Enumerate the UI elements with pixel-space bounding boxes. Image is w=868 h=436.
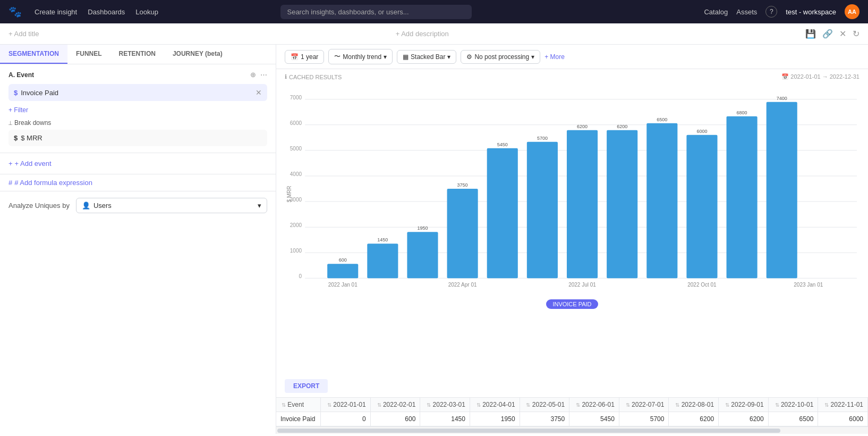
cell-val-5: 5450	[569, 412, 619, 426]
breakdown-link[interactable]: ⟂ Break downs	[8, 116, 267, 130]
svg-text:6500: 6500	[657, 117, 667, 122]
bar-feb[interactable]	[327, 264, 358, 278]
refresh-icon[interactable]: ↻	[853, 29, 860, 39]
help-icon[interactable]: ?	[765, 6, 777, 18]
nav-dashboards[interactable]: Dashboards	[88, 8, 125, 16]
bar-chart: 0 1000 2000 3000 4000 5000 6000 7000 $ M…	[285, 82, 860, 295]
col-2022-10[interactable]: ⇅ 2022-10-01	[768, 398, 818, 412]
link-icon[interactable]: 🔗	[822, 29, 833, 39]
event-name: Invoice Paid	[21, 89, 58, 97]
topnav-right: Catalog Assets ? test - workspace AA	[704, 4, 859, 19]
add-event-icon[interactable]: ⊕	[250, 71, 256, 79]
bar-sep[interactable]	[607, 130, 637, 279]
event-item-invoice-paid[interactable]: $ Invoice Paid ✕	[8, 84, 267, 101]
tab-funnel[interactable]: FUNNEL	[67, 45, 110, 64]
title-row: + Add title + Add description 💾 🔗 ✕ ↻	[0, 23, 868, 45]
svg-text:6200: 6200	[577, 124, 588, 129]
add-description[interactable]: + Add description	[396, 30, 449, 38]
col-2022-01[interactable]: ⇅ 2022-01-01	[321, 398, 371, 412]
trend-icon: 〜	[334, 52, 341, 61]
event-close-icon[interactable]: ✕	[256, 88, 262, 97]
col-event[interactable]: ⇅ Event	[276, 398, 321, 412]
event-header: A. Event ⊕ ⋯	[8, 71, 267, 79]
table-header-row: ⇅ Event ⇅ 2022-01-01 ⇅ 2022-02-01 ⇅	[276, 398, 868, 412]
svg-text:6000: 6000	[696, 129, 707, 134]
bar-dec[interactable]	[727, 116, 758, 279]
chart-legend: INVOICE PAID	[285, 299, 860, 309]
sort-icon-event: ⇅	[282, 402, 286, 408]
svg-text:1000: 1000	[290, 248, 302, 254]
col-2022-03[interactable]: ⇅ 2022-03-01	[420, 398, 470, 412]
export-button[interactable]: EXPORT	[285, 379, 328, 393]
time-range-selector[interactable]: 📅 1 year	[285, 50, 324, 64]
horizontal-scrollbar[interactable]	[276, 426, 868, 434]
topnav: 🐾 Create insight Dashboards Lookup Searc…	[0, 0, 868, 23]
cell-val-2: 1450	[420, 412, 470, 426]
calendar-icon: 📅	[291, 53, 299, 61]
breakdown-icon: ⟂	[8, 119, 12, 127]
scroll-thumb[interactable]	[277, 429, 780, 433]
col-2022-07[interactable]: ⇅ 2022-07-01	[619, 398, 669, 412]
cell-event-name: Invoice Paid	[276, 412, 321, 426]
bar-nov[interactable]	[686, 135, 717, 278]
add-icon: +	[8, 160, 13, 167]
bar-jul[interactable]	[527, 142, 558, 278]
processing-icon: ⚙	[466, 53, 472, 61]
formula-row: # # Add formula expression	[0, 174, 276, 191]
col-2022-04[interactable]: ⇅ 2022-04-01	[470, 398, 520, 412]
more-options-icon[interactable]: ⋯	[260, 71, 267, 79]
close-icon[interactable]: ✕	[839, 29, 846, 39]
trend-chevron-icon: ▾	[384, 53, 387, 61]
col-2022-08[interactable]: ⇅ 2022-08-01	[669, 398, 719, 412]
chart-type-selector[interactable]: ▦ Stacked Bar ▾	[397, 50, 456, 64]
cell-val-0: 0	[321, 412, 371, 426]
nav-create-insight[interactable]: Create insight	[35, 8, 77, 16]
svg-text:2022 Jan 01: 2022 Jan 01	[328, 282, 358, 288]
tab-segmentation[interactable]: SEGMENTATION	[0, 45, 67, 64]
add-title[interactable]: + Add title	[8, 30, 39, 38]
trend-label: Monthly trend	[343, 53, 381, 61]
bar-jun[interactable]	[487, 148, 518, 278]
svg-text:6000: 6000	[290, 120, 302, 126]
sort-icon-9: ⇅	[725, 402, 729, 408]
nav-lookup[interactable]: Lookup	[135, 8, 158, 16]
mrr-item[interactable]: $ $ MRR	[8, 130, 267, 146]
cell-val-9: 6500	[768, 412, 818, 426]
tab-journey[interactable]: JOURNEY (beta)	[164, 45, 231, 64]
sort-icon-5: ⇅	[526, 402, 530, 408]
formula-button[interactable]: # # Add formula expression	[8, 179, 267, 187]
cell-val-4: 3750	[520, 412, 569, 426]
col-2022-02[interactable]: ⇅ 2022-02-01	[370, 398, 420, 412]
bar-may[interactable]	[447, 189, 478, 278]
bar-apr[interactable]	[407, 232, 438, 278]
logo: 🐾	[8, 5, 22, 18]
nav-assets[interactable]: Assets	[736, 8, 757, 16]
sort-icon-11: ⇅	[824, 402, 829, 408]
search-input[interactable]: Search insights, dashboards, or users...	[280, 5, 472, 19]
col-2022-06[interactable]: ⇅ 2022-06-01	[569, 398, 619, 412]
bar-jan23[interactable]	[767, 102, 797, 279]
analyze-value: Users	[93, 202, 112, 209]
col-2022-09[interactable]: ⇅ 2022-09-01	[719, 398, 769, 412]
bar-mar[interactable]	[367, 244, 398, 278]
trend-selector[interactable]: 〜 Monthly trend ▾	[328, 49, 393, 64]
add-event-button[interactable]: + + Add event	[8, 160, 267, 167]
svg-text:2022 Apr 01: 2022 Apr 01	[448, 282, 477, 288]
more-button[interactable]: + More	[544, 53, 565, 61]
svg-text:2023 Jan 01: 2023 Jan 01	[794, 282, 823, 288]
processing-selector[interactable]: ⚙ No post processing ▾	[461, 50, 540, 64]
filter-link[interactable]: + Filter	[8, 104, 267, 116]
analyze-select[interactable]: 👤 Users ▾	[76, 198, 267, 213]
col-2022-05[interactable]: ⇅ 2022-05-01	[520, 398, 569, 412]
legend-invoice-paid[interactable]: INVOICE PAID	[546, 299, 598, 309]
mrr-label: $ MRR	[21, 134, 42, 142]
nav-catalog[interactable]: Catalog	[704, 8, 728, 16]
save-icon[interactable]: 💾	[805, 29, 816, 39]
info-icon: ℹ	[285, 73, 287, 80]
tab-retention[interactable]: RETENTION	[110, 45, 164, 64]
cached-results-label: ℹ CACHED RESULTS	[285, 73, 342, 80]
bar-aug[interactable]	[567, 130, 598, 279]
bar-oct[interactable]	[646, 123, 677, 279]
svg-text:6800: 6800	[737, 110, 747, 115]
col-2022-11[interactable]: ⇅ 2022-11-01	[818, 398, 868, 412]
